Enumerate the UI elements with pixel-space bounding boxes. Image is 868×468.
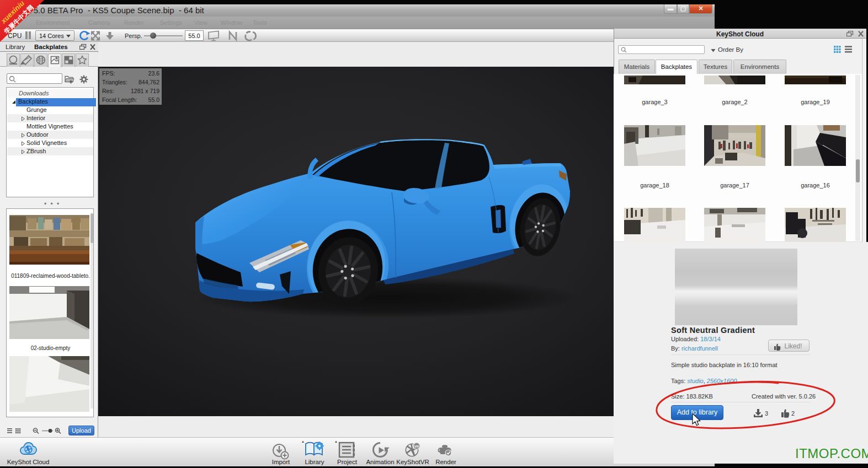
svg-text:VR: VR xyxy=(414,445,419,448)
